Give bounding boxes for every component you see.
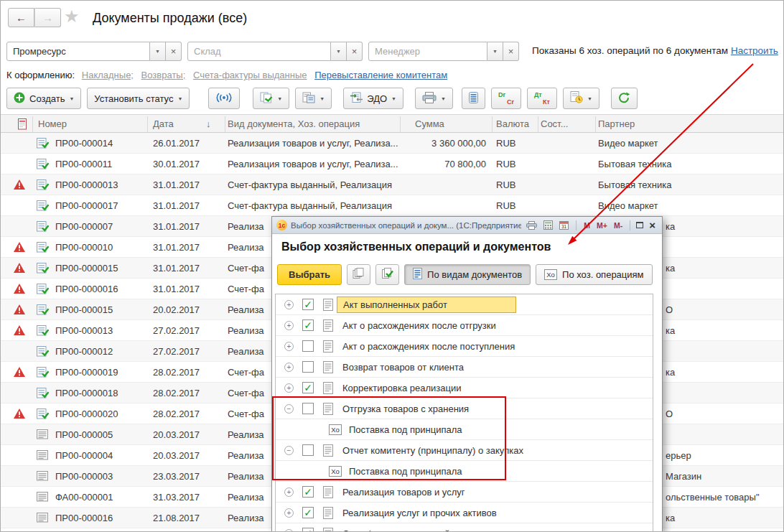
quick-link-invoices[interactable]: Счета-фактуры выданные (193, 70, 307, 80)
memory-m-button[interactable]: М (582, 221, 592, 230)
item-checkbox[interactable]: ✓ (302, 528, 314, 532)
expand-icon[interactable]: + (284, 342, 294, 351)
sub-item-label: Поставка под принципала (349, 461, 462, 482)
document-partner: Магазин (666, 466, 782, 487)
refresh-button[interactable] (611, 88, 638, 109)
pages-check-button[interactable] (375, 264, 399, 285)
item-checkbox[interactable] (302, 361, 314, 373)
column-header-date[interactable]: Дата (153, 115, 174, 133)
organization-dropdown-button[interactable]: ▼ (150, 42, 166, 61)
maximize-button[interactable] (636, 222, 643, 228)
quick-link-reinvoice[interactable]: Перевыставление комитентам (314, 70, 447, 80)
pages-stack-button[interactable] (347, 264, 370, 285)
print-button[interactable]: ▼ (415, 88, 453, 109)
warehouse-dropdown-button[interactable]: ▼ (331, 42, 347, 61)
favorite-star-icon[interactable]: ★ (64, 6, 80, 27)
column-header-number[interactable]: Номер (38, 115, 67, 133)
manager-clear-button[interactable]: × (503, 42, 519, 61)
item-checkbox[interactable]: ✓ (302, 319, 314, 331)
configure-link[interactable]: Настроить (731, 45, 778, 56)
document-status (541, 174, 592, 195)
column-header-sum[interactable]: Сумма (415, 115, 444, 133)
item-checkbox[interactable] (302, 403, 314, 414)
titlebar-calendar-icon[interactable]: 31 (558, 220, 570, 230)
expand-icon[interactable]: + (284, 487, 294, 497)
operation-sub-item[interactable]: XoПоставка под принципала (276, 461, 653, 482)
collapse-icon[interactable]: − (284, 404, 294, 414)
column-header-status[interactable]: Сост... (541, 115, 568, 133)
chevron-down-icon: ▼ (441, 96, 446, 101)
set-status-button[interactable]: Установить статус ▼ (87, 88, 190, 109)
document-date: 23.03.2017 (153, 466, 219, 487)
expand-icon[interactable]: + (284, 321, 294, 330)
edo-button[interactable]: ЭДО ▼ (343, 88, 403, 109)
item-checkbox[interactable]: ✓ (302, 299, 314, 310)
organization-input[interactable]: Промресурс (6, 42, 150, 61)
by-doc-types-toggle[interactable]: По видам документов (404, 264, 531, 285)
select-button[interactable]: Выбрать (277, 264, 342, 285)
document-type-item[interactable]: +✓Реализация услуг и прочих активов (276, 503, 653, 523)
discussions-button[interactable] (208, 88, 240, 109)
create-based-on-button[interactable]: ▼ (253, 88, 289, 109)
document-partner: ка (666, 258, 782, 279)
document-type-item[interactable]: +✓Акт выполненных работ (276, 294, 653, 315)
document-type-item[interactable]: +✓Акт о расхождениях после отгрузки (276, 315, 653, 336)
organization-clear-button[interactable]: × (166, 42, 182, 61)
expand-icon[interactable]: + (284, 529, 294, 532)
titlebar-calculator-icon[interactable] (542, 220, 554, 230)
document-type-item[interactable]: +Возврат товаров от клиента (276, 357, 653, 378)
dialog-titlebar[interactable]: 1с Выбор хозяйственных операций и докум.… (272, 217, 662, 234)
document-type-item[interactable]: −Отгрузка товаров с хранения (276, 398, 653, 419)
memory-m-plus-button[interactable]: М+ (595, 221, 609, 230)
collapse-icon[interactable]: − (284, 446, 294, 455)
table-row[interactable]: ПР00-00001426.01.2017Реализация товаров … (1, 133, 784, 154)
document-type-item[interactable]: +✓Счет-фактура выданный (276, 523, 653, 532)
document-currency: RUB (496, 133, 533, 154)
item-checkbox[interactable]: ✓ (302, 507, 314, 518)
document-type-item[interactable]: −Отчет комитенту (принципалу) о закупках (276, 440, 653, 461)
document-number: ПР00-0000013 (55, 174, 143, 195)
item-checkbox[interactable]: ✓ (302, 382, 314, 393)
forward-button[interactable]: → (34, 8, 61, 27)
item-checkbox[interactable] (302, 444, 314, 456)
document-type-item[interactable]: +✓Реализация товаров и услуг (276, 482, 653, 503)
expand-icon[interactable]: + (284, 383, 294, 393)
document-status (541, 195, 592, 216)
expand-icon[interactable]: + (284, 300, 294, 309)
posted-document-icon (37, 304, 50, 316)
chevron-down-icon: ▼ (391, 96, 396, 101)
back-button[interactable]: ← (8, 8, 34, 27)
column-header-partner[interactable]: Партнер (598, 115, 635, 133)
document-type-item[interactable]: +✓Корректировка реализации (276, 378, 653, 398)
dt-kt-button[interactable]: ДтКт (527, 88, 557, 109)
quick-link-nakladnye[interactable]: Накладные; (82, 70, 134, 80)
memory-m-minus-button[interactable]: М- (612, 221, 624, 230)
warehouse-clear-button[interactable]: × (347, 42, 363, 61)
titlebar-print-icon[interactable] (525, 221, 538, 230)
reports-button[interactable]: ▼ (295, 88, 332, 109)
sort-descending-icon: ↓ (206, 115, 211, 133)
table-row[interactable]: ПР00-000001731.01.2017Счет-фактура выдан… (1, 195, 784, 216)
by-operations-toggle[interactable]: Xo По хоз. операциям (536, 264, 652, 285)
document-type-item[interactable]: +Акт о расхождениях после поступления (276, 336, 653, 357)
expand-icon[interactable]: + (284, 363, 294, 372)
document-partner: ка (666, 320, 782, 341)
report-list-button[interactable] (462, 88, 485, 109)
operation-sub-item[interactable]: XoПоставка под принципала (276, 419, 653, 440)
manager-input[interactable]: Менеджер (368, 42, 487, 61)
dr-cr-button[interactable]: DrCr (491, 88, 521, 109)
document-partner: Видео маркет (598, 195, 782, 216)
item-checkbox[interactable] (302, 340, 314, 352)
table-row[interactable]: ПР00-000001331.01.2017Счет-фактура выдан… (1, 174, 784, 195)
expand-icon[interactable]: + (284, 508, 294, 518)
quick-link-vozvraty[interactable]: Возвраты; (141, 70, 186, 80)
create-button[interactable]: Создать ▼ (6, 88, 81, 109)
column-header-currency[interactable]: Валюта (496, 115, 529, 133)
document-schedule-button[interactable]: ▼ (563, 88, 599, 109)
manager-dropdown-button[interactable]: ▼ (487, 42, 503, 61)
warehouse-input[interactable]: Склад (187, 42, 331, 61)
close-button[interactable]: × (647, 219, 658, 231)
table-row[interactable]: ПР00-00001130.01.2017Реализация товаров … (1, 154, 784, 174)
item-checkbox[interactable]: ✓ (302, 486, 314, 498)
column-header-doctype[interactable]: Вид документа, Хоз. операция (228, 115, 360, 133)
